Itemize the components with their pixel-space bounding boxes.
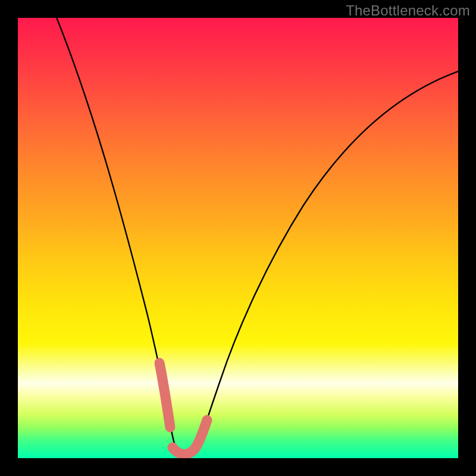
bottleneck-curve <box>42 18 458 457</box>
highlight-left <box>159 363 170 427</box>
chart-container: TheBottleneck.com <box>0 0 476 476</box>
highlight-bottom <box>173 420 207 455</box>
curve-layer <box>18 18 458 458</box>
watermark-text: TheBottleneck.com <box>346 2 470 19</box>
plot-area <box>18 18 458 458</box>
